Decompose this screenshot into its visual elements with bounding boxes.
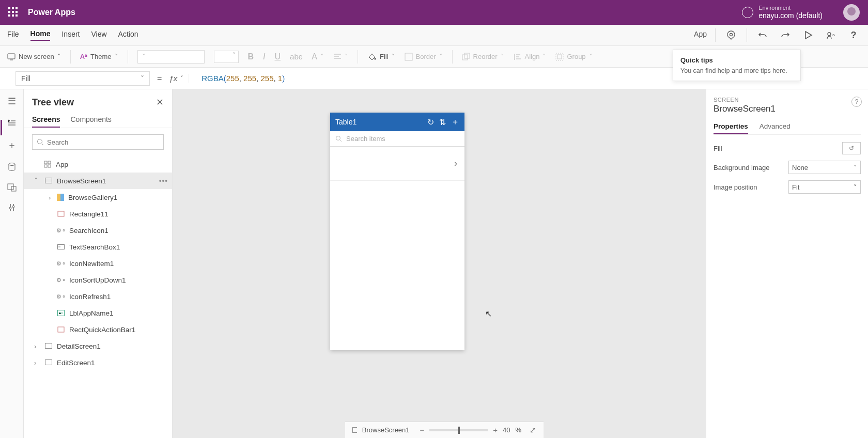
bgimage-select[interactable]: None ˅: [788, 161, 861, 174]
fill-button[interactable]: Fill ˅: [367, 52, 395, 61]
fx-label[interactable]: ƒx˅: [169, 74, 189, 83]
tree-node-iconrefresh1[interactable]: ⚙⚬IconRefresh1: [24, 288, 172, 305]
more-icon[interactable]: •••: [159, 177, 168, 185]
svg-point-26: [336, 136, 340, 140]
tree-node-label: SearchIcon1: [69, 227, 109, 234]
caret-right-icon[interactable]: ›: [34, 342, 40, 350]
share-icon[interactable]: [824, 28, 838, 42]
tree-node-textsearchbox1[interactable]: TextSearchBox1: [24, 239, 172, 255]
border-button[interactable]: Border ˅: [405, 53, 443, 61]
tab-advanced[interactable]: Advanced: [760, 119, 791, 134]
menu-view[interactable]: View: [91, 30, 106, 40]
add-icon[interactable]: ＋: [451, 117, 459, 128]
close-icon[interactable]: ✕: [156, 97, 164, 108]
imgpos-value: Fit: [792, 183, 799, 191]
label-icon: [57, 309, 65, 317]
play-icon[interactable]: [801, 28, 815, 42]
font-select[interactable]: ˅: [137, 50, 205, 64]
italic-button[interactable]: I: [263, 52, 265, 61]
properties-category: SCREEN: [714, 97, 861, 103]
help-icon[interactable]: ?: [846, 28, 861, 42]
menu-insert[interactable]: Insert: [61, 30, 80, 40]
preview-list-item[interactable]: ›: [330, 147, 464, 181]
svg-point-12: [9, 207, 11, 209]
separator: [715, 28, 716, 42]
menu-action[interactable]: Action: [118, 30, 138, 40]
svg-point-9: [9, 163, 15, 166]
property-selector[interactable]: Fill ˅: [16, 71, 150, 86]
environment-icon: [742, 7, 753, 18]
undo-icon[interactable]: [755, 28, 770, 42]
tree-node-browsegallery[interactable]: › BrowseGallery1: [24, 189, 172, 206]
fit-to-screen-icon[interactable]: ⤢: [530, 426, 536, 435]
tree-node-app[interactable]: App: [24, 156, 172, 173]
tree-node-browsescreen[interactable]: ˅ BrowseScreen1 •••: [24, 173, 172, 189]
group-button[interactable]: Group ˅: [555, 53, 592, 61]
svg-rect-7: [556, 53, 563, 60]
tree-node-rectangle11[interactable]: Rectangle11: [24, 206, 172, 222]
menu-home[interactable]: Home: [30, 29, 51, 41]
underline-button[interactable]: U: [275, 52, 281, 61]
prop-imgpos-label: Image position: [714, 183, 757, 191]
fill-color-swatch[interactable]: ↺: [842, 142, 861, 154]
preview-search[interactable]: Search items: [330, 131, 464, 147]
zoom-in-icon[interactable]: +: [493, 426, 498, 434]
insert-icon[interactable]: ＋: [7, 139, 17, 151]
imgpos-select[interactable]: Fit ˅: [788, 180, 861, 194]
tab-components[interactable]: Components: [70, 112, 111, 128]
rect-icon: [57, 325, 65, 334]
tab-properties[interactable]: Properties: [714, 119, 748, 134]
tree-search-input[interactable]: [47, 138, 159, 146]
canvas[interactable]: Table1 ↻ ⇅ ＋ Search items › ↖ BrowseScre…: [173, 89, 706, 438]
app-checker-icon[interactable]: [724, 28, 738, 42]
font-color-button[interactable]: A˅: [312, 52, 324, 61]
advanced-tools-icon[interactable]: [8, 203, 16, 212]
tree-node-editscreen[interactable]: ›EditScreen1: [24, 354, 172, 371]
app-node-icon: [43, 160, 52, 168]
tree-search-box[interactable]: [32, 134, 164, 150]
hamburger-icon[interactable]: ☰: [8, 96, 16, 107]
caret-right-icon[interactable]: ›: [49, 194, 53, 201]
font-size-select[interactable]: ˅: [214, 51, 239, 63]
tree-node-rectquickactionbar1[interactable]: RectQuickActionBar1: [24, 321, 172, 338]
tree-node-iconsortupdown1[interactable]: ⚙⚬IconSortUpDown1: [24, 272, 172, 288]
caret-right-icon[interactable]: ›: [34, 359, 40, 367]
caret-down-icon[interactable]: ˅: [34, 177, 40, 185]
svg-rect-24: [45, 343, 52, 349]
svg-rect-20: [58, 211, 64, 216]
theme-button[interactable]: Aᵃ Theme ˅: [80, 53, 118, 60]
user-avatar[interactable]: [843, 4, 860, 21]
tab-screens[interactable]: Screens: [32, 112, 60, 128]
media-icon[interactable]: [7, 183, 17, 192]
tree-node-lblappname1[interactable]: LblAppName1: [24, 305, 172, 321]
menu-app[interactable]: App: [694, 30, 707, 40]
zoom-slider[interactable]: [429, 429, 488, 431]
data-icon[interactable]: [8, 163, 16, 172]
strikethrough-button[interactable]: abc: [290, 52, 302, 61]
align-button[interactable]: Align ˅: [514, 53, 547, 61]
bold-button[interactable]: B: [248, 52, 254, 61]
new-screen-button[interactable]: New screen ˅: [7, 53, 61, 60]
redo-icon[interactable]: [778, 28, 793, 42]
sort-icon[interactable]: ⇅: [439, 117, 446, 127]
tree-node-detailscreen[interactable]: ›DetailScreen1: [24, 338, 172, 354]
reorder-button[interactable]: Reorder ˅: [462, 53, 504, 61]
app-preview[interactable]: Table1 ↻ ⇅ ＋ Search items ›: [330, 113, 464, 350]
refresh-icon[interactable]: ↻: [427, 117, 434, 127]
svg-point-3: [374, 58, 376, 59]
tree-view-icon[interactable]: [7, 118, 17, 128]
tree-node-label: EditScreen1: [57, 359, 95, 367]
text-align-button[interactable]: ˅: [333, 53, 348, 60]
tree-node-iconnewitem1[interactable]: ⚙⚬IconNewItem1: [24, 255, 172, 272]
environment-selector[interactable]: Environment enayu.com (default): [742, 5, 823, 20]
menu-file[interactable]: File: [7, 30, 19, 40]
theme-icon: Aᵃ: [80, 53, 87, 60]
tree-node-searchicon1[interactable]: ⚙⚬SearchIcon1: [24, 222, 172, 239]
zoom-out-icon[interactable]: −: [420, 426, 425, 434]
app-launcher-icon[interactable]: [8, 7, 19, 18]
chevron-down-icon: ˅: [501, 53, 504, 60]
icons-icon: ⚙⚬: [57, 226, 65, 234]
panel-help-icon[interactable]: ?: [851, 97, 862, 107]
new-screen-label: New screen: [19, 53, 54, 60]
align-objects-icon: [514, 53, 522, 61]
